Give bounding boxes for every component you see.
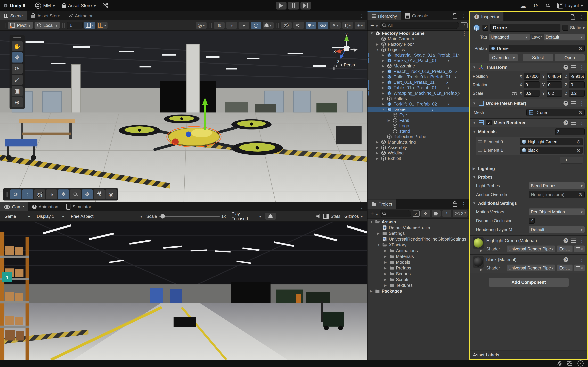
gizmo-selection-button[interactable]: ❖: [58, 189, 69, 199]
value-x-field[interactable]: 0: [524, 81, 539, 88]
foldout-icon[interactable]: [473, 121, 477, 125]
panel-menu-icon[interactable]: [461, 13, 467, 19]
remove-element-button[interactable]: [572, 157, 581, 163]
presets-icon[interactable]: [571, 239, 576, 243]
material-menu-icon[interactable]: [579, 256, 585, 263]
prefab-open-arrow[interactable]: [446, 79, 450, 85]
audio-toggle-button[interactable]: [293, 22, 304, 29]
hierarchy-row[interactable]: ▶ Wrapping_Machine_01a_Prefab_01: [367, 90, 469, 96]
scene-visibility-button[interactable]: [318, 22, 328, 29]
foldout-icon[interactable]: [473, 66, 477, 69]
hierarchy-row[interactable]: ▶ Pallet_Truck_01a_Prefab_01: [367, 74, 469, 80]
presets-icon[interactable]: [571, 121, 576, 125]
warnings-filter-button[interactable]: ！: [442, 210, 451, 217]
hierarchy-row[interactable]: ▼ Logistics: [367, 47, 469, 52]
expander-icon[interactable]: ▶: [384, 272, 389, 276]
presets-icon[interactable]: [571, 101, 576, 105]
hierarchy-row[interactable]: ▶ Forklift_01_Prefab_02: [367, 101, 469, 107]
hierarchy-row[interactable]: ▶ Exhibit: [367, 156, 469, 161]
toolbar-grip[interactable]: [3, 23, 5, 28]
expander-icon[interactable]: ▶: [384, 260, 389, 264]
transform-tool-button[interactable]: ⊕: [12, 97, 23, 107]
draw-mode-dropdown[interactable]: ◎: [196, 22, 207, 29]
foldout-icon[interactable]: [473, 167, 477, 171]
orbit-view-button[interactable]: ⟳: [10, 189, 21, 199]
value-z-field[interactable]: -9.9158: [569, 73, 585, 80]
type-filter-button[interactable]: ❖: [421, 210, 430, 217]
lighting-toggle-button[interactable]: ◑: [226, 22, 237, 29]
scale-tool-button[interactable]: ⤢: [12, 75, 23, 85]
material-field[interactable]: Highlight Green: [520, 138, 583, 145]
tab-game[interactable]: Game: [0, 202, 28, 211]
input-grid-icon[interactable]: [323, 214, 329, 219]
dynamic-occlusion-checkbox[interactable]: [529, 218, 535, 224]
foldout-icon[interactable]: [473, 130, 477, 134]
grid-size-field[interactable]: 1: [67, 22, 83, 29]
material-element-row[interactable]: Element 1 black: [478, 147, 583, 154]
expander-icon[interactable]: ▶: [384, 278, 389, 282]
value-z-field[interactable]: 0.2: [569, 90, 585, 97]
help-icon[interactable]: ?: [563, 120, 568, 125]
help-icon[interactable]: ?: [563, 238, 568, 243]
tab-console[interactable]: Console: [401, 11, 432, 20]
light-probes-dropdown[interactable]: Blend Probes: [529, 182, 585, 189]
motion-vectors-dropdown[interactable]: Per Object Motion: [529, 209, 585, 215]
prefab-open-arrow[interactable]: [448, 101, 451, 107]
presets-icon[interactable]: [571, 65, 576, 69]
expander-icon[interactable]: ▼: [377, 243, 382, 247]
value-y-field[interactable]: 0.2: [547, 90, 562, 97]
scene-viewport[interactable]: ✋ ✥ ⟳ ⤢ ▣ ⊕ ⟳ ≑ ▦ ◑ ❖ ✥ 🎥︎ ◉: [0, 31, 367, 202]
panel-menu-icon[interactable]: [359, 204, 364, 210]
material-menu-icon[interactable]: [579, 237, 585, 244]
debug-button[interactable]: [265, 213, 276, 220]
tab-hierarchy[interactable]: Hierarchy: [367, 11, 401, 20]
drag-handle-icon[interactable]: [478, 149, 482, 151]
foldout-icon[interactable]: [473, 201, 477, 205]
play-focused-dropdown[interactable]: Play Focused: [229, 213, 264, 220]
expander-icon[interactable]: ▶: [382, 64, 387, 68]
project-row[interactable]: ▼ Assets: [367, 219, 469, 225]
project-row[interactable]: ▶ Scripts: [367, 277, 469, 282]
hierarchy-row[interactable]: Logo: [367, 123, 469, 128]
expander-icon[interactable]: ▶: [376, 146, 381, 150]
expander-icon[interactable]: ▶: [382, 80, 387, 84]
expander-icon[interactable]: ▶: [384, 266, 389, 270]
rendering-layer-dropdown[interactable]: Default: [529, 226, 585, 233]
asset-labels-bar[interactable]: Asset Labels: [470, 350, 587, 359]
mute-audio-icon[interactable]: [316, 214, 321, 218]
hierarchy-row[interactable]: stand: [367, 128, 469, 134]
lock-icon[interactable]: [571, 16, 575, 19]
link-scale-icon[interactable]: [512, 92, 517, 95]
play-button[interactable]: [276, 2, 286, 9]
foldout-icon[interactable]: [473, 175, 477, 179]
panel-menu-icon[interactable]: [579, 14, 584, 20]
prefab-open-arrow[interactable]: [458, 52, 461, 58]
step-button[interactable]: [301, 2, 311, 9]
expander-icon[interactable]: ▶: [376, 151, 381, 155]
prefab-open-arrow[interactable]: [455, 68, 458, 74]
add-element-button[interactable]: [562, 157, 571, 163]
materials-count-field[interactable]: 2: [555, 128, 585, 135]
help-icon[interactable]: ?: [563, 257, 568, 262]
expander-icon[interactable]: ▶: [382, 53, 387, 57]
select-button[interactable]: Select: [523, 54, 553, 61]
project-row[interactable]: ▶ Settings: [367, 230, 469, 236]
prefab-open-arrow[interactable]: [448, 85, 451, 91]
value-y-field[interactable]: 0.4854: [547, 73, 562, 80]
mesh-renderer-header[interactable]: Mesh Renderer ?: [470, 118, 587, 127]
project-row[interactable]: ▶ Materials: [367, 253, 469, 259]
shaded-wireframe-button[interactable]: ◍: [214, 22, 225, 29]
component-menu-icon[interactable]: [579, 64, 585, 70]
gizmos-dropdown[interactable]: ◈: [355, 22, 365, 29]
value-y-field[interactable]: 0: [547, 81, 562, 88]
prefab-open-arrow[interactable]: [432, 107, 435, 112]
tab-inspector[interactable]: iInspector: [470, 12, 503, 21]
hierarchy-row[interactable]: ▶ Fans: [367, 117, 469, 123]
project-row[interactable]: ▶ Animations: [367, 248, 469, 253]
project-row[interactable]: ▶ Models: [367, 259, 469, 265]
object-picker-icon[interactable]: [579, 110, 582, 115]
foldout-icon[interactable]: [480, 267, 484, 272]
overrides-dropdown[interactable]: Overrides: [489, 54, 518, 61]
tag-dropdown[interactable]: Untagged: [489, 34, 530, 41]
panel-menu-icon[interactable]: [461, 201, 467, 207]
